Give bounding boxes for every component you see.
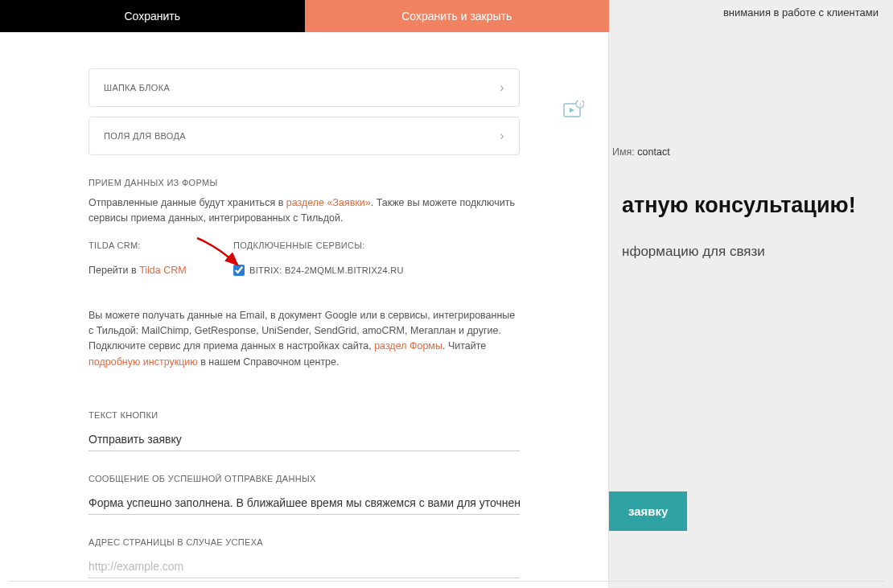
form-data-description: Отправленные данные будут храниться в ра… xyxy=(88,195,520,226)
tilda-crm-link[interactable]: Tilda CRM xyxy=(139,265,187,276)
accordion-header-block[interactable]: ШАПКА БЛОКА › xyxy=(88,68,520,107)
text: в нашем Справочном центре. xyxy=(198,356,340,368)
preview-subtitle: нформацию для связи xyxy=(622,244,880,260)
page-divider xyxy=(8,581,885,582)
requests-section-link[interactable]: разделе «Заявки» xyxy=(286,197,371,208)
section-heading: ПРИЕМ ДАННЫХ ИЗ ФОРМЫ xyxy=(88,178,520,187)
bitrix-checkbox[interactable] xyxy=(233,265,245,276)
save-and-close-button[interactable]: Сохранить и закрыть xyxy=(305,0,610,32)
svg-text:i: i xyxy=(579,101,581,108)
service-bitrix-row: BITRIX: B24-2MQMLM.BITRIX24.RU xyxy=(233,265,520,276)
preview-block-meta: Имя: contact xyxy=(609,146,893,158)
preview-submit-button[interactable]: заявку xyxy=(609,491,687,531)
accordion-label: ШАПКА БЛОКА xyxy=(104,83,170,93)
text: Перейти в xyxy=(88,265,139,276)
forms-section-link[interactable]: раздел Формы xyxy=(374,340,442,352)
meta-value: contact xyxy=(637,146,669,158)
services-columns: TILDA CRM: Перейти в Tilda CRM ПОДКЛЮЧЕН… xyxy=(88,241,520,276)
chevron-right-icon: › xyxy=(500,129,504,143)
save-button[interactable]: Сохранить xyxy=(0,0,305,32)
success-url-input[interactable] xyxy=(88,555,520,578)
preview-top-text: внимания в работе с клиентами xyxy=(723,6,879,19)
accordion-input-fields[interactable]: ПОЛЯ ДЛЯ ВВОДА › xyxy=(88,117,520,155)
button-text-input[interactable] xyxy=(88,428,520,451)
tilda-crm-label: TILDA CRM: xyxy=(88,241,217,250)
text: Отправленные данные будут храниться в xyxy=(88,197,286,208)
preview-form-block: атную консультацию! нформацию для связи … xyxy=(609,177,893,531)
page-preview: внимания в работе с клиентами Имя: conta… xyxy=(609,0,893,588)
instruction-link[interactable]: подробную инструкцию xyxy=(88,356,198,368)
preview-title: атную консультацию! xyxy=(622,193,880,218)
success-url-hint: Укажите полный адрес (http://...). В слу… xyxy=(88,585,520,587)
editor-topbar: Сохранить Сохранить и закрыть xyxy=(0,0,609,32)
chevron-right-icon: › xyxy=(500,80,504,95)
bitrix-label: BITRIX: B24-2MQMLM.BITRIX24.RU xyxy=(249,265,404,275)
accordion-label: ПОЛЯ ДЛЯ ВВОДА xyxy=(104,131,186,141)
text: . Читайте xyxy=(442,340,486,352)
goto-tilda-crm: Перейти в Tilda CRM xyxy=(88,265,217,276)
info-paragraph: Вы можете получать данные на Email, в до… xyxy=(88,308,520,371)
connected-services-label: ПОДКЛЮЧЕННЫЕ СЕРВИСЫ: xyxy=(233,241,520,250)
button-text-label: ТЕКСТ КНОПКИ xyxy=(88,410,520,420)
success-url-label: АДРЕС СТРАНИЦЫ В СЛУЧАЕ УСПЕХА xyxy=(88,537,520,547)
svg-marker-1 xyxy=(570,108,574,113)
help-icon[interactable]: i xyxy=(563,101,584,118)
settings-panel: i ШАПКА БЛОКА › ПОЛЯ ДЛЯ ВВОДА › ПРИЕМ Д… xyxy=(0,32,609,587)
meta-label: Имя: xyxy=(612,146,637,158)
success-message-input[interactable] xyxy=(88,491,520,515)
success-message-label: СООБЩЕНИЕ ОБ УСПЕШНОЙ ОТПРАВКЕ ДАННЫХ xyxy=(88,474,520,483)
